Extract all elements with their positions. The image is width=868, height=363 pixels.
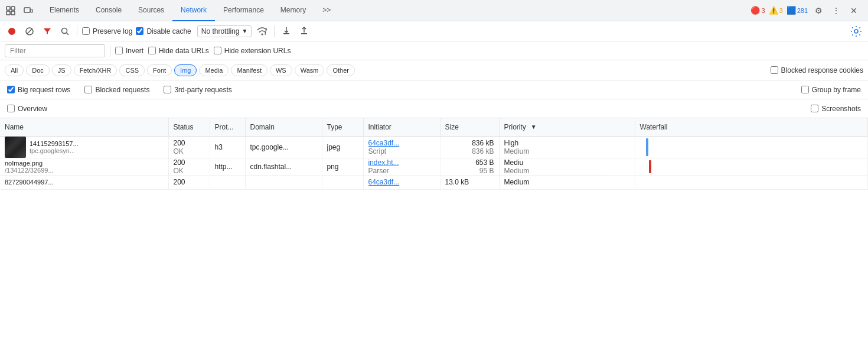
svg-rect-14 <box>301 33 307 34</box>
tab-more[interactable]: >> <box>314 0 339 21</box>
clear-button[interactable] <box>22 24 37 38</box>
th-protocol[interactable]: Prot... <box>210 118 245 136</box>
network-settings-button[interactable] <box>849 24 863 38</box>
tab-network[interactable]: Network <box>172 0 215 21</box>
overview-checkbox[interactable] <box>7 105 15 112</box>
tab-elements[interactable]: Elements <box>41 0 87 21</box>
responsive-icon[interactable] <box>20 2 37 19</box>
filter-input[interactable] <box>5 44 105 57</box>
cell-initiator-3: 64ca3df... <box>363 175 440 189</box>
options-row-2: Overview Screenshots <box>0 99 868 118</box>
svg-point-9 <box>62 28 67 33</box>
svg-point-6 <box>8 28 15 35</box>
filter-type-doc[interactable]: Doc <box>26 64 50 76</box>
cell-protocol-1: h3 <box>210 136 245 158</box>
close-icon[interactable]: ✕ <box>847 4 861 18</box>
row-thumbnail-1 <box>5 137 26 158</box>
filter-type-fetchxhr[interactable]: Fetch/XHR <box>74 64 118 76</box>
hide-data-urls-label[interactable]: Hide data URLs <box>148 47 209 55</box>
cell-initiator-2: index.ht... Parser <box>363 158 440 175</box>
third-party-label[interactable]: 3rd-party requests <box>164 86 231 94</box>
filter-type-manifest[interactable]: Manifest <box>231 64 267 76</box>
preserve-log-label[interactable]: Preserve log <box>82 27 132 35</box>
screenshots-label[interactable]: Screenshots <box>811 105 861 113</box>
filter-type-other[interactable]: Other <box>327 64 355 76</box>
tab-memory[interactable]: Memory <box>272 0 314 21</box>
filter-type-css[interactable]: CSS <box>119 64 145 76</box>
invert-label[interactable]: Invert <box>115 47 143 55</box>
filter-type-js[interactable]: JS <box>52 64 71 76</box>
th-type[interactable]: Type <box>322 118 363 136</box>
filter-type-media[interactable]: Media <box>199 64 229 76</box>
big-request-rows-checkbox[interactable] <box>7 86 15 93</box>
filter-type-img[interactable]: Img <box>174 64 197 76</box>
th-name[interactable]: Name <box>0 118 168 136</box>
invert-checkbox[interactable] <box>115 47 123 54</box>
cell-protocol-3 <box>210 175 245 189</box>
cell-waterfall-3 <box>635 175 868 189</box>
cell-name-2: noImage.png /134122/32699... <box>0 158 168 175</box>
cell-status-2: 200 OK <box>168 158 210 175</box>
third-party-checkbox[interactable] <box>164 86 171 93</box>
filter-toggle-button[interactable] <box>40 24 54 38</box>
group-by-frame-checkbox[interactable] <box>801 86 809 93</box>
blocked-cookies-label[interactable]: Blocked response cookies <box>771 66 863 74</box>
th-domain[interactable]: Domain <box>245 118 322 136</box>
throttle-arrow-icon: ▼ <box>242 28 247 34</box>
tab-console[interactable]: Console <box>87 0 130 21</box>
disable-cache-label[interactable]: Disable cache <box>136 27 191 35</box>
wifi-settings-icon[interactable] <box>255 24 269 38</box>
cursor-icon[interactable] <box>2 2 19 19</box>
filter-type-ws[interactable]: WS <box>270 64 292 76</box>
big-request-rows-label[interactable]: Big request rows <box>7 86 70 94</box>
throttle-select[interactable]: No throttling ▼ <box>197 25 252 37</box>
table-row[interactable]: noImage.png /134122/32699... 200 OK http… <box>0 158 868 175</box>
svg-rect-4 <box>24 8 30 12</box>
search-button[interactable] <box>58 24 72 38</box>
screenshots-checkbox[interactable] <box>811 105 818 112</box>
tab-performance[interactable]: Performance <box>215 0 272 21</box>
cell-type-1: jpeg <box>322 136 363 158</box>
options-right-2: Screenshots <box>811 105 861 113</box>
cell-size-2: 653 B 95 B <box>440 158 499 175</box>
svg-line-10 <box>67 33 69 35</box>
filter-type-all[interactable]: All <box>5 64 24 76</box>
network-toolbar: Preserve log Disable cache No throttling… <box>0 21 868 41</box>
table-row[interactable]: 141152993157... tpc.googlesyn... 200 OK … <box>0 136 868 158</box>
blocked-requests-checkbox[interactable] <box>84 86 92 93</box>
filter-separator <box>110 45 110 57</box>
overview-label[interactable]: Overview <box>7 105 47 113</box>
table-row[interactable]: 827290044997... 200 64ca3df... 13.0 kB M… <box>0 175 868 189</box>
network-table-container: Name Status Prot... Domain Type Initiato… <box>0 118 868 190</box>
th-waterfall[interactable]: Waterfall <box>635 118 868 136</box>
import-button[interactable] <box>279 24 293 38</box>
filter-type-font[interactable]: Font <box>147 64 172 76</box>
blocked-cookies-checkbox[interactable] <box>771 66 778 74</box>
hide-data-urls-checkbox[interactable] <box>148 47 156 54</box>
cell-size-1: 836 kB 836 kB <box>440 136 499 158</box>
filter-type-wasm[interactable]: Wasm <box>295 64 325 76</box>
more-icon[interactable]: ⋮ <box>829 4 843 18</box>
svg-point-15 <box>854 30 858 33</box>
preserve-log-checkbox[interactable] <box>82 27 90 35</box>
group-by-frame-label[interactable]: Group by frame <box>801 86 861 94</box>
info-badge: 🟦 281 <box>787 6 808 15</box>
th-priority[interactable]: Priority ▼ <box>499 118 635 136</box>
settings-icon[interactable]: ⚙ <box>811 4 825 18</box>
disable-cache-checkbox[interactable] <box>136 27 143 35</box>
hide-extension-urls-label[interactable]: Hide extension URLs <box>214 47 291 55</box>
tab-bar-right: 🔴 3 ⚠️ 3 🟦 281 ⚙ ⋮ ✕ <box>750 4 866 18</box>
options-row-1: Big request rows Blocked requests 3rd-pa… <box>0 80 868 99</box>
th-status[interactable]: Status <box>168 118 210 136</box>
export-button[interactable] <box>297 24 311 38</box>
th-size[interactable]: Size <box>440 118 499 136</box>
stop-recording-button[interactable] <box>5 24 19 38</box>
options-right: Group by frame <box>801 86 861 94</box>
tab-sources[interactable]: Sources <box>130 0 172 21</box>
filter-row: Invert Hide data URLs Hide extension URL… <box>0 41 868 60</box>
hide-extension-urls-checkbox[interactable] <box>214 47 221 54</box>
blocked-requests-label[interactable]: Blocked requests <box>84 86 149 94</box>
error-badge: 🔴 3 <box>750 6 765 15</box>
th-initiator[interactable]: Initiator <box>363 118 440 136</box>
cell-protocol-2: http... <box>210 158 245 175</box>
